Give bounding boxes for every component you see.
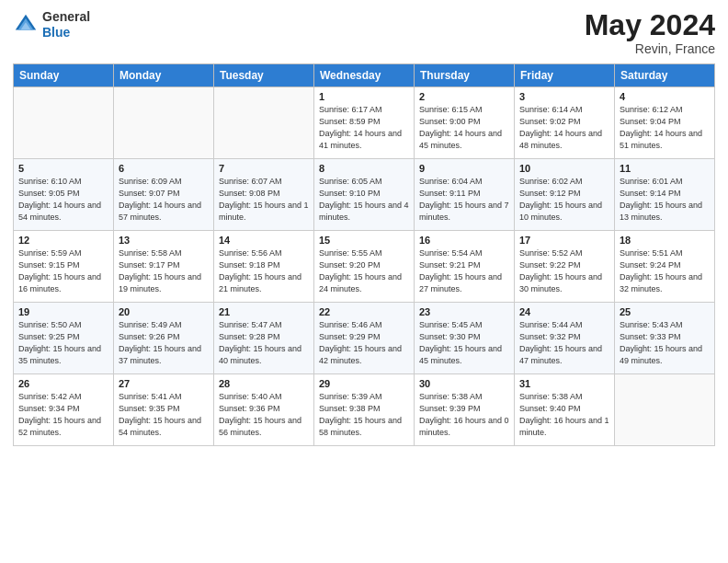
calendar-header-row: Sunday Monday Tuesday Wednesday Thursday…: [14, 64, 715, 87]
cell-sunrise: Sunrise: 5:49 AMSunset: 9:26 PMDaylight:…: [119, 320, 201, 365]
calendar-cell: 30 Sunrise: 5:38 AMSunset: 9:39 PMDaylig…: [415, 374, 515, 446]
calendar-cell: [14, 87, 114, 159]
day-number: 1: [319, 91, 409, 102]
col-friday: Friday: [515, 64, 615, 87]
page-header: General Blue May 2024 Revin, France: [13, 9, 715, 56]
calendar-cell: 28 Sunrise: 5:40 AMSunset: 9:36 PMDaylig…: [214, 374, 314, 446]
calendar-cell: 2 Sunrise: 6:15 AMSunset: 9:00 PMDayligh…: [415, 87, 515, 159]
cell-sunrise: Sunrise: 5:51 AMSunset: 9:24 PMDaylight:…: [620, 248, 702, 293]
day-number: 19: [18, 306, 108, 317]
day-number: 17: [519, 235, 609, 246]
cell-sunrise: Sunrise: 6:14 AMSunset: 9:02 PMDaylight:…: [519, 105, 602, 150]
calendar-cell: 25 Sunrise: 5:43 AMSunset: 9:33 PMDaylig…: [615, 303, 715, 374]
month-year: May 2024: [585, 9, 715, 41]
calendar-cell: [214, 87, 314, 159]
day-number: 20: [119, 306, 209, 317]
calendar-cell: 22 Sunrise: 5:46 AMSunset: 9:29 PMDaylig…: [314, 303, 415, 374]
calendar-table: Sunday Monday Tuesday Wednesday Thursday…: [13, 63, 715, 446]
day-number: 12: [18, 235, 108, 246]
calendar-cell: 26 Sunrise: 5:42 AMSunset: 9:34 PMDaylig…: [14, 374, 114, 446]
logo-general: General: [42, 9, 90, 25]
calendar-cell: 8 Sunrise: 6:05 AMSunset: 9:10 PMDayligh…: [314, 159, 415, 231]
cell-sunrise: Sunrise: 5:40 AMSunset: 9:36 PMDaylight:…: [219, 392, 301, 437]
calendar-cell: 13 Sunrise: 5:58 AMSunset: 9:17 PMDaylig…: [114, 231, 214, 303]
calendar-week-row: 12 Sunrise: 5:59 AMSunset: 9:15 PMDaylig…: [14, 231, 715, 303]
calendar-cell: 10 Sunrise: 6:02 AMSunset: 9:12 PMDaylig…: [515, 159, 615, 231]
day-number: 23: [419, 306, 509, 317]
day-number: 25: [620, 306, 710, 317]
day-number: 7: [219, 163, 309, 174]
day-number: 9: [419, 163, 509, 174]
calendar-cell: 9 Sunrise: 6:04 AMSunset: 9:11 PMDayligh…: [415, 159, 515, 231]
day-number: 6: [119, 163, 209, 174]
cell-sunrise: Sunrise: 6:12 AMSunset: 9:04 PMDaylight:…: [620, 105, 702, 150]
cell-sunrise: Sunrise: 6:10 AMSunset: 9:05 PMDaylight:…: [18, 177, 101, 222]
day-number: 18: [620, 235, 710, 246]
day-number: 28: [219, 378, 309, 389]
col-tuesday: Tuesday: [214, 64, 314, 87]
day-number: 13: [119, 235, 209, 246]
calendar-cell: 3 Sunrise: 6:14 AMSunset: 9:02 PMDayligh…: [515, 87, 615, 159]
day-number: 21: [219, 306, 309, 317]
col-saturday: Saturday: [615, 64, 715, 87]
col-thursday: Thursday: [415, 64, 515, 87]
day-number: 8: [319, 163, 409, 174]
day-number: 11: [620, 163, 710, 174]
day-number: 30: [419, 378, 509, 389]
logo: General Blue: [13, 9, 90, 40]
logo-icon: [13, 12, 39, 38]
calendar-cell: 31 Sunrise: 5:38 AMSunset: 9:40 PMDaylig…: [515, 374, 615, 446]
calendar-cell: 15 Sunrise: 5:55 AMSunset: 9:20 PMDaylig…: [314, 231, 415, 303]
logo-blue: Blue: [42, 25, 90, 40]
cell-sunrise: Sunrise: 5:45 AMSunset: 9:30 PMDaylight:…: [419, 320, 502, 365]
calendar-week-row: 19 Sunrise: 5:50 AMSunset: 9:25 PMDaylig…: [14, 303, 715, 374]
logo-text: General Blue: [42, 9, 90, 40]
cell-sunrise: Sunrise: 5:50 AMSunset: 9:25 PMDaylight:…: [18, 320, 101, 365]
cell-sunrise: Sunrise: 5:58 AMSunset: 9:17 PMDaylight:…: [119, 248, 201, 293]
cell-sunrise: Sunrise: 6:07 AMSunset: 9:08 PMDaylight:…: [219, 177, 309, 222]
col-monday: Monday: [114, 64, 214, 87]
calendar-week-row: 26 Sunrise: 5:42 AMSunset: 9:34 PMDaylig…: [14, 374, 715, 446]
cell-sunrise: Sunrise: 5:38 AMSunset: 9:40 PMDaylight:…: [519, 392, 609, 437]
day-number: 29: [319, 378, 409, 389]
day-number: 16: [419, 235, 509, 246]
day-number: 31: [519, 378, 609, 389]
calendar-cell: 19 Sunrise: 5:50 AMSunset: 9:25 PMDaylig…: [14, 303, 114, 374]
calendar-cell: 23 Sunrise: 5:45 AMSunset: 9:30 PMDaylig…: [415, 303, 515, 374]
day-number: 3: [519, 91, 609, 102]
calendar-cell: [114, 87, 214, 159]
day-number: 22: [319, 306, 409, 317]
col-wednesday: Wednesday: [314, 64, 415, 87]
day-number: 26: [18, 378, 108, 389]
calendar-cell: 29 Sunrise: 5:39 AMSunset: 9:38 PMDaylig…: [314, 374, 415, 446]
cell-sunrise: Sunrise: 5:44 AMSunset: 9:32 PMDaylight:…: [519, 320, 602, 365]
day-number: 5: [18, 163, 108, 174]
calendar-cell: 27 Sunrise: 5:41 AMSunset: 9:35 PMDaylig…: [114, 374, 214, 446]
cell-sunrise: Sunrise: 5:41 AMSunset: 9:35 PMDaylight:…: [119, 392, 201, 437]
day-number: 2: [419, 91, 509, 102]
cell-sunrise: Sunrise: 5:42 AMSunset: 9:34 PMDaylight:…: [18, 392, 101, 437]
day-number: 15: [319, 235, 409, 246]
cell-sunrise: Sunrise: 6:17 AMSunset: 8:59 PMDaylight:…: [319, 105, 402, 150]
cell-sunrise: Sunrise: 6:04 AMSunset: 9:11 PMDaylight:…: [419, 177, 509, 222]
cell-sunrise: Sunrise: 5:56 AMSunset: 9:18 PMDaylight:…: [219, 248, 301, 293]
calendar-cell: 14 Sunrise: 5:56 AMSunset: 9:18 PMDaylig…: [214, 231, 314, 303]
calendar-cell: 20 Sunrise: 5:49 AMSunset: 9:26 PMDaylig…: [114, 303, 214, 374]
title-block: May 2024 Revin, France: [585, 9, 715, 56]
day-number: 10: [519, 163, 609, 174]
cell-sunrise: Sunrise: 5:43 AMSunset: 9:33 PMDaylight:…: [620, 320, 702, 365]
cell-sunrise: Sunrise: 5:38 AMSunset: 9:39 PMDaylight:…: [419, 392, 509, 437]
cell-sunrise: Sunrise: 5:46 AMSunset: 9:29 PMDaylight:…: [319, 320, 402, 365]
calendar-cell: 21 Sunrise: 5:47 AMSunset: 9:28 PMDaylig…: [214, 303, 314, 374]
cell-sunrise: Sunrise: 5:59 AMSunset: 9:15 PMDaylight:…: [18, 248, 101, 293]
location: Revin, France: [585, 41, 715, 56]
calendar-cell: 11 Sunrise: 6:01 AMSunset: 9:14 PMDaylig…: [615, 159, 715, 231]
cell-sunrise: Sunrise: 6:01 AMSunset: 9:14 PMDaylight:…: [620, 177, 702, 222]
day-number: 24: [519, 306, 609, 317]
cell-sunrise: Sunrise: 5:39 AMSunset: 9:38 PMDaylight:…: [319, 392, 402, 437]
day-number: 4: [620, 91, 710, 102]
calendar-cell: 17 Sunrise: 5:52 AMSunset: 9:22 PMDaylig…: [515, 231, 615, 303]
calendar-cell: 7 Sunrise: 6:07 AMSunset: 9:08 PMDayligh…: [214, 159, 314, 231]
day-number: 27: [119, 378, 209, 389]
calendar-cell: 6 Sunrise: 6:09 AMSunset: 9:07 PMDayligh…: [114, 159, 214, 231]
